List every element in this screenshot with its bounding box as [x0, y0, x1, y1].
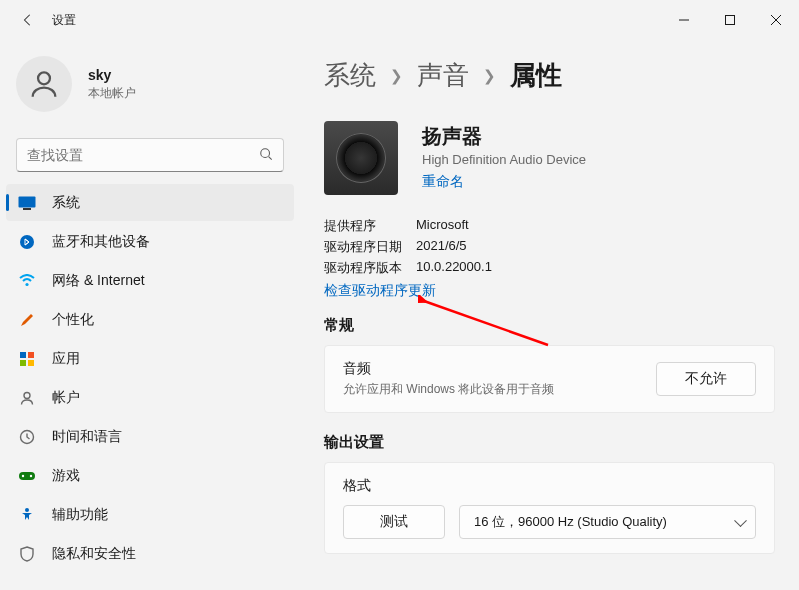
driver-version-value: 10.0.22000.1 [416, 259, 775, 277]
audio-sub: 允许应用和 Windows 将此设备用于音频 [343, 381, 642, 398]
nav-label: 个性化 [52, 311, 94, 329]
driver-meta: 提供程序 Microsoft 驱动程序日期 2021/6/5 驱动程序版本 10… [324, 217, 775, 277]
driver-date-label: 驱动程序日期 [324, 238, 416, 256]
nav-item-time-language[interactable]: 时间和语言 [6, 418, 294, 455]
wifi-icon [18, 272, 36, 290]
nav-label: 时间和语言 [52, 428, 122, 446]
clock-icon [18, 428, 36, 446]
nav-label: 网络 & Internet [52, 272, 145, 290]
svg-point-20 [25, 508, 29, 512]
nav-label: 辅助功能 [52, 506, 108, 524]
nav-label: 帐户 [52, 389, 80, 407]
svg-point-10 [25, 282, 28, 285]
search-box[interactable] [16, 138, 284, 172]
system-icon [18, 194, 36, 212]
nav-item-personalization[interactable]: 个性化 [6, 301, 294, 338]
svg-point-4 [38, 72, 50, 84]
crumb-system[interactable]: 系统 [324, 58, 376, 93]
nav-item-network[interactable]: 网络 & Internet [6, 262, 294, 299]
device-sub: High Definition Audio Device [422, 152, 586, 167]
shield-icon [18, 545, 36, 563]
svg-point-19 [30, 474, 32, 476]
user-area[interactable]: sky 本地帐户 [0, 48, 300, 138]
audio-title: 音频 [343, 360, 642, 378]
back-button[interactable] [18, 10, 38, 30]
deny-button[interactable]: 不允许 [656, 362, 756, 396]
svg-rect-13 [20, 360, 26, 366]
svg-point-9 [20, 235, 34, 249]
provider-value: Microsoft [416, 217, 775, 235]
svg-rect-8 [23, 208, 31, 210]
nav-label: 蓝牙和其他设备 [52, 233, 150, 251]
breadcrumb: 系统 ❯ 声音 ❯ 属性 [324, 58, 775, 93]
svg-rect-14 [28, 360, 34, 366]
svg-point-18 [22, 474, 24, 476]
svg-line-6 [269, 156, 272, 159]
window-controls [661, 4, 799, 36]
user-name: sky [88, 67, 136, 83]
section-output: 输出设置 [324, 433, 775, 452]
nav-item-system[interactable]: 系统 [6, 184, 294, 221]
brush-icon [18, 311, 36, 329]
svg-rect-17 [19, 472, 35, 480]
bluetooth-icon [18, 233, 36, 251]
provider-label: 提供程序 [324, 217, 416, 235]
search-icon [259, 147, 273, 164]
nav-label: 游戏 [52, 467, 80, 485]
svg-point-5 [261, 148, 270, 157]
nav-item-privacy[interactable]: 隐私和安全性 [6, 535, 294, 572]
svg-point-15 [24, 392, 30, 398]
svg-rect-1 [726, 16, 735, 25]
section-general: 常规 [324, 316, 775, 335]
svg-rect-11 [20, 352, 26, 358]
general-card: 音频 允许应用和 Windows 将此设备用于音频 不允许 [324, 345, 775, 413]
driver-version-label: 驱动程序版本 [324, 259, 416, 277]
format-select[interactable]: 16 位，96000 Hz (Studio Quality) [459, 505, 756, 539]
driver-date-value: 2021/6/5 [416, 238, 775, 256]
svg-rect-12 [28, 352, 34, 358]
nav-item-accounts[interactable]: 帐户 [6, 379, 294, 416]
nav-item-accessibility[interactable]: 辅助功能 [6, 496, 294, 533]
nav-label: 应用 [52, 350, 80, 368]
user-account-type: 本地帐户 [88, 85, 136, 102]
crumb-sound[interactable]: 声音 [417, 58, 469, 93]
format-selected: 16 位，96000 Hz (Studio Quality) [474, 513, 667, 531]
main-pane: 系统 ❯ 声音 ❯ 属性 扬声器 High Definition Audio D… [300, 40, 799, 590]
nav-item-gaming[interactable]: 游戏 [6, 457, 294, 494]
chevron-icon: ❯ [483, 67, 496, 85]
nav-list: 系统 蓝牙和其他设备 网络 & Internet 个性化 应用 帐户 [0, 184, 300, 574]
chevron-icon: ❯ [390, 67, 403, 85]
rename-link[interactable]: 重命名 [422, 173, 586, 191]
close-button[interactable] [753, 4, 799, 36]
speaker-icon [324, 121, 398, 195]
nav-item-apps[interactable]: 应用 [6, 340, 294, 377]
nav-label: 隐私和安全性 [52, 545, 136, 563]
gamepad-icon [18, 467, 36, 485]
nav-label: 系统 [52, 194, 80, 212]
accessibility-icon [18, 506, 36, 524]
minimize-button[interactable] [661, 4, 707, 36]
apps-icon [18, 350, 36, 368]
check-driver-update-link[interactable]: 检查驱动程序更新 [324, 282, 436, 300]
format-card: 格式 测试 16 位，96000 Hz (Studio Quality) [324, 462, 775, 554]
test-button[interactable]: 测试 [343, 505, 445, 539]
search-input[interactable] [27, 147, 259, 163]
avatar [16, 56, 72, 112]
device-name: 扬声器 [422, 123, 586, 150]
svg-rect-7 [19, 196, 36, 207]
titlebar: 设置 [0, 0, 799, 40]
crumb-properties: 属性 [510, 58, 562, 93]
device-header: 扬声器 High Definition Audio Device 重命名 [324, 121, 775, 195]
maximize-button[interactable] [707, 4, 753, 36]
person-icon [18, 389, 36, 407]
sidebar: sky 本地帐户 系统 蓝牙和其他设备 网络 & [0, 40, 300, 590]
format-title: 格式 [343, 477, 756, 495]
nav-item-bluetooth[interactable]: 蓝牙和其他设备 [6, 223, 294, 260]
window-title: 设置 [52, 12, 76, 29]
